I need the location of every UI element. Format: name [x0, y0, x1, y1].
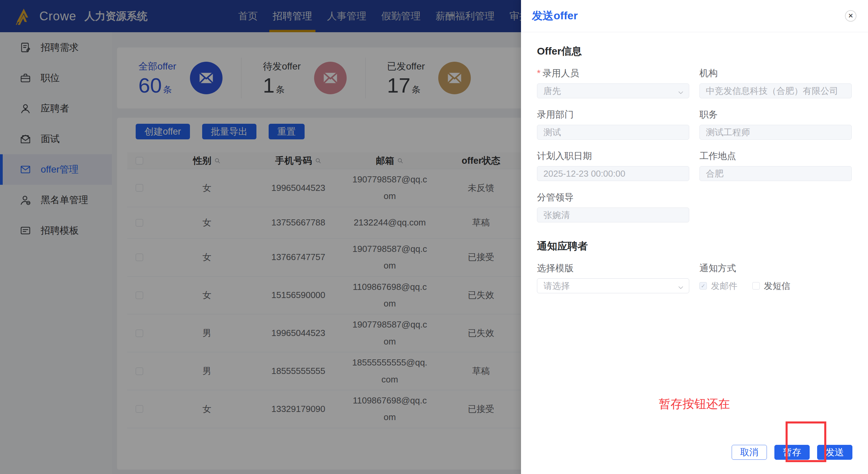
required-asterisk: * [537, 68, 541, 79]
field-0-1: 机构 中竞发信息科技（合肥）有限公司 [699, 67, 852, 98]
form-grid-0: *录用人员 唐先 机构 中竞发信息科技（合肥）有限公司录用部门 测试职务 测试工… [537, 67, 852, 222]
chevron-down-icon [677, 88, 684, 95]
checkbox-label: 发邮件 [711, 280, 737, 292]
field-0-2: 录用部门 测试 [537, 108, 689, 140]
send-offer-drawer: 发送offer ✕ Offer信息*录用人员 唐先 机构 中竞发信息科技（合肥）… [521, 0, 868, 474]
field-1-1: 通知方式 ✓ 发邮件 发短信 [699, 262, 852, 293]
分管领导-input[interactable]: 张婉清 [537, 208, 689, 222]
field-0-6: 分管领导 张婉清 [537, 191, 689, 222]
checkbox-item-0[interactable]: ✓ 发邮件 [699, 280, 737, 292]
drawer-body: Offer信息*录用人员 唐先 机构 中竞发信息科技（合肥）有限公司录用部门 测… [521, 32, 868, 293]
field-label: *录用人员 [537, 67, 689, 79]
select-value: 请选择 [543, 280, 570, 292]
form-grid-1: 选择模版 请选择 通知方式 ✓ 发邮件 发短信 [537, 262, 852, 293]
field-label: 职务 [699, 108, 852, 121]
cancel-button[interactable]: 取消 [732, 445, 767, 460]
field-0-0: *录用人员 唐先 [537, 67, 689, 98]
checkbox-icon [752, 282, 760, 290]
drawer-title: 发送offer [532, 8, 578, 23]
职务-input[interactable]: 测试工程师 [699, 125, 852, 140]
input-value: 测试 [543, 126, 561, 138]
field-label: 选择模版 [537, 262, 689, 274]
field-0-3: 职务 测试工程师 [699, 108, 852, 140]
field-label: 通知方式 [699, 262, 852, 274]
录用人员-select[interactable]: 唐先 [537, 83, 689, 98]
field-label: 录用部门 [537, 108, 689, 121]
选择模版-select[interactable]: 请选择 [537, 278, 689, 293]
工作地点-input[interactable]: 合肥 [699, 166, 852, 181]
draft-button[interactable]: 暂存 [774, 445, 810, 460]
notify-method-group: ✓ 发邮件 发短信 [699, 278, 852, 293]
checkbox-item-1[interactable]: 发短信 [752, 280, 790, 292]
input-value: 测试工程师 [706, 126, 750, 138]
field-label: 机构 [699, 67, 852, 79]
send-button[interactable]: 发送 [817, 445, 852, 460]
field-0-5: 工作地点 合肥 [699, 150, 852, 181]
draft-annotation-text: 暂存按钮还在 [659, 396, 730, 412]
input-value: 中竞发信息科技（合肥）有限公司 [706, 85, 838, 97]
input-value: 张婉清 [543, 209, 570, 221]
input-value: 2025-12-23 00:00:00 [543, 169, 625, 179]
chevron-down-icon [677, 283, 684, 290]
section-title-0: Offer信息 [537, 44, 852, 58]
录用部门-input[interactable]: 测试 [537, 125, 689, 140]
select-value: 唐先 [543, 85, 561, 97]
checkbox-label: 发短信 [764, 280, 790, 292]
field-1-0: 选择模版 请选择 [537, 262, 689, 293]
机构-input[interactable]: 中竞发信息科技（合肥）有限公司 [699, 83, 852, 98]
section-title-1: 通知应聘者 [537, 239, 852, 253]
field-label: 计划入职日期 [537, 150, 689, 162]
field-label: 工作地点 [699, 150, 852, 162]
input-value: 合肥 [706, 168, 724, 180]
计划入职日期-input[interactable]: 2025-12-23 00:00:00 [537, 166, 689, 181]
checkbox-icon: ✓ [699, 282, 707, 290]
close-icon[interactable]: ✕ [845, 10, 856, 22]
field-label: 分管领导 [537, 191, 689, 203]
drawer-footer: 取消暂存发送 [732, 445, 852, 460]
field-0-4: 计划入职日期 2025-12-23 00:00:00 [537, 150, 689, 181]
drawer-header: 发送offer ✕ [521, 0, 868, 32]
